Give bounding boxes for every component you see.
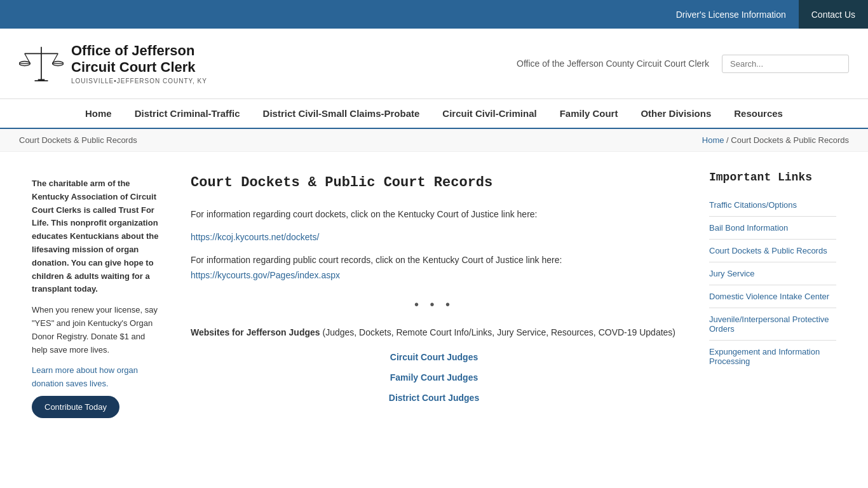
contact-us-link[interactable]: Contact Us	[799, 0, 868, 29]
main-layout: The charitable arm of the Kentucky Assoc…	[0, 152, 868, 444]
judges-intro-bold: Websites for Jefferson Judges	[191, 327, 320, 337]
nav-item-family-court[interactable]: Family Court	[548, 99, 630, 128]
header: Office of Jefferson Circuit Court Clerk …	[0, 29, 868, 99]
sidebar-link-domestic-violence[interactable]: Domestic Violence Intake Center	[709, 285, 836, 308]
dots-divider: • • •	[191, 294, 677, 315]
search-input[interactable]	[722, 55, 849, 73]
breadcrumb-home-link[interactable]: Home	[702, 135, 724, 145]
judge-links: Circuit Court Judges Family Court Judges…	[191, 350, 677, 405]
nav-bar: Home District Criminal-Traffic District …	[0, 99, 868, 129]
header-right: Office of the Jefferson County Circuit C…	[517, 55, 849, 73]
public-records-link[interactable]: https://kycourts.gov/Pages/index.aspx	[191, 270, 340, 280]
nav-item-resources[interactable]: Resources	[722, 99, 794, 128]
left-sidebar: The charitable arm of the Kentucky Assoc…	[19, 165, 172, 431]
nav-item-district-criminal[interactable]: District Criminal-Traffic	[123, 99, 252, 128]
breadcrumb-current: Court Dockets & Public Records	[731, 135, 849, 145]
contribute-button[interactable]: Contribute Today	[32, 396, 119, 418]
breadcrumb-right: Home / Court Dockets & Public Records	[702, 135, 849, 145]
sidebar-link-juvenile[interactable]: Juvenile/Interpersonal Protective Orders	[709, 308, 836, 341]
nav-item-other-divisions[interactable]: Other Divisions	[629, 99, 722, 128]
main-para1: For information regarding court dockets,…	[191, 207, 677, 222]
learn-more-link[interactable]: Learn more about how organ donation save…	[32, 365, 138, 388]
main-para2-prefix: For information regarding public court r…	[191, 255, 562, 265]
dockets-link[interactable]: https://kcoj.kycourts.net/dockets/	[191, 232, 319, 242]
left-sidebar-bold-paragraph: The charitable arm of the Kentucky Assoc…	[32, 177, 159, 296]
sidebar-link-jury-service[interactable]: Jury Service	[709, 262, 836, 285]
logo-subtitle: Louisville•Jefferson County, KY	[71, 78, 207, 85]
judges-intro: Websites for Jefferson Judges (Judges, D…	[191, 325, 677, 341]
nav-item-district-civil[interactable]: District Civil-Small Claims-Probate	[252, 99, 431, 128]
nav-item-circuit-civil[interactable]: Circuit Civil-Criminal	[431, 99, 548, 128]
center-content: Court Dockets & Public Court Records For…	[172, 165, 696, 431]
breadcrumb-left: Court Dockets & Public Records	[19, 135, 137, 145]
logo-area: Office of Jefferson Circuit Court Clerk …	[19, 41, 207, 86]
sidebar-link-expungement[interactable]: Expungement and Information Processing	[709, 341, 836, 372]
important-links-title: Important Links	[709, 171, 836, 184]
page-title: Court Dockets & Public Court Records	[191, 171, 677, 194]
logo-title-line2: Circuit Court Clerk	[71, 59, 207, 76]
family-court-judges-link[interactable]: Family Court Judges	[390, 370, 478, 386]
top-bar: Driver's License Information Contact Us	[0, 0, 868, 29]
logo-text: Office of Jefferson Circuit Court Clerk …	[71, 43, 207, 85]
nav-item-home[interactable]: Home	[74, 99, 123, 128]
sidebar-link-traffic[interactable]: Traffic Citations/Options	[709, 194, 836, 217]
breadcrumb-bar: Court Dockets & Public Records Home / Co…	[0, 129, 868, 152]
sidebar-link-court-dockets[interactable]: Court Dockets & Public Records	[709, 240, 836, 262]
main-para2: For information regarding public court r…	[191, 253, 677, 283]
left-sidebar-normal-paragraph: When you renew your license, say "YES" a…	[32, 304, 159, 356]
logo-icon	[19, 41, 64, 86]
district-court-judges-link[interactable]: District Court Judges	[389, 391, 479, 406]
right-sidebar: Important Links Traffic Citations/Option…	[696, 165, 849, 431]
header-site-name: Office of the Jefferson County Circuit C…	[517, 58, 709, 69]
drivers-license-link[interactable]: Driver's License Information	[663, 0, 799, 29]
logo-title-line1: Office of Jefferson	[71, 43, 207, 59]
circuit-court-judges-link[interactable]: Circuit Court Judges	[390, 350, 478, 365]
sidebar-link-bail-bond[interactable]: Bail Bond Information	[709, 217, 836, 240]
judges-intro-rest: (Judges, Dockets, Remote Court Info/Link…	[320, 327, 675, 337]
